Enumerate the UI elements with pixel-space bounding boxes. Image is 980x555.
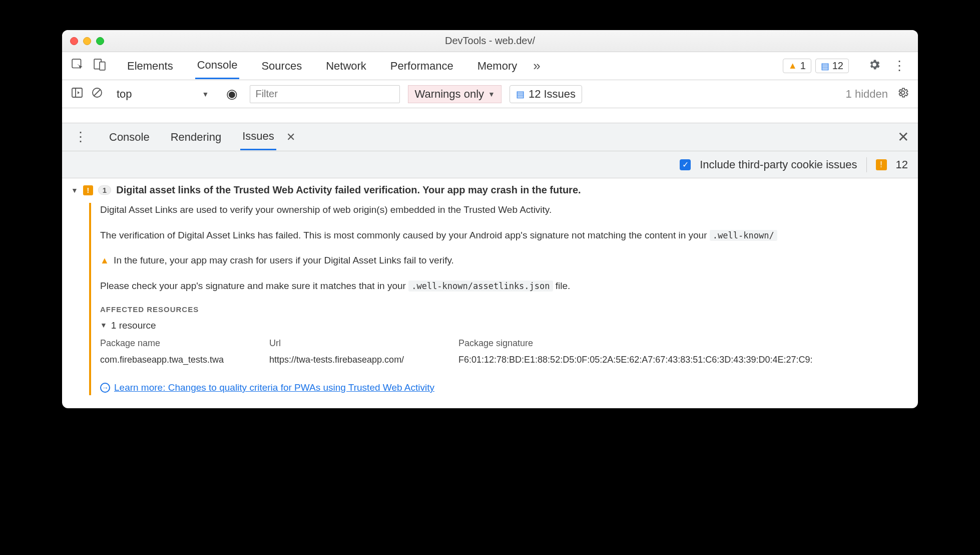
- svg-rect-3: [72, 88, 82, 97]
- message-icon: ▤: [821, 61, 829, 72]
- col-header-url: Url: [269, 337, 444, 350]
- affected-resources-table: Package name Url Package signature com.f…: [100, 337, 909, 367]
- message-icon: ▤: [516, 89, 525, 100]
- resource-summary: 1 resource: [111, 319, 156, 333]
- minimize-window-button[interactable]: [83, 37, 91, 45]
- chevron-down-icon: ▼: [202, 90, 209, 98]
- issue-paragraph: Digital Asset Links are used to verify y…: [100, 203, 909, 217]
- issues-button-label: 12 Issues: [529, 88, 576, 101]
- panel-tabs: Elements Console Sources Network Perform…: [125, 53, 519, 79]
- devtools-window: DevTools - web.dev/ Elements Console Sou…: [62, 30, 918, 408]
- separator: [866, 157, 867, 172]
- table-row: com.firebaseapp.twa_tests.twa https://tw…: [100, 353, 909, 367]
- code-path: .well-known/: [710, 230, 777, 241]
- drawer-issue-count: 12: [896, 158, 908, 171]
- cell-url: https://twa-tests.firebaseapp.com/: [269, 353, 444, 367]
- log-level-label: Warnings only: [414, 88, 484, 101]
- open-issues-button[interactable]: ▤ 12 Issues: [510, 85, 582, 103]
- warning-count: 1: [800, 60, 806, 72]
- issue-text: In the future, your app may crash for us…: [114, 255, 454, 265]
- console-filter-bar: top ▼ ◉ Warnings only ▼ ▤ 12 Issues 1 hi…: [62, 80, 918, 108]
- zoom-window-button[interactable]: [96, 37, 104, 45]
- svg-line-6: [94, 90, 100, 96]
- tab-sources[interactable]: Sources: [259, 54, 304, 79]
- main-toolbar: Elements Console Sources Network Perform…: [62, 52, 918, 80]
- close-tab-icon[interactable]: ✕: [286, 131, 295, 144]
- warning-icon: ▲: [788, 61, 797, 71]
- live-expression-icon[interactable]: ◉: [222, 86, 242, 102]
- filter-input[interactable]: [250, 85, 400, 103]
- drawer-tab-console[interactable]: Console: [107, 125, 152, 150]
- drawer-tab-rendering[interactable]: Rendering: [169, 125, 224, 150]
- expand-icon[interactable]: ▼: [100, 320, 107, 331]
- console-settings-icon[interactable]: [897, 87, 909, 102]
- tab-network[interactable]: Network: [324, 54, 368, 79]
- context-label: top: [117, 88, 132, 101]
- include-third-party-checkbox[interactable]: ✓: [680, 159, 691, 170]
- col-header-signature: Package signature: [458, 337, 909, 350]
- log-level-select[interactable]: Warnings only ▼: [408, 85, 501, 103]
- tab-performance[interactable]: Performance: [388, 54, 455, 79]
- issue-indicator-icon: !: [876, 159, 887, 170]
- issue-text: The verification of Digital Asset Links …: [100, 230, 710, 240]
- more-tabs-icon[interactable]: »: [528, 58, 545, 74]
- warning-icon: ▲: [100, 255, 109, 265]
- expand-icon[interactable]: ▼: [71, 186, 78, 194]
- cell-package: com.firebaseapp.twa_tests.twa: [100, 353, 255, 367]
- tab-console[interactable]: Console: [195, 53, 240, 79]
- issues-badge[interactable]: ▤ 12: [815, 59, 849, 73]
- drawer-tabs: ⋮ Console Rendering Issues ✕ ✕: [62, 123, 918, 151]
- issue-title: Digital asset links of the Trusted Web A…: [116, 184, 581, 196]
- close-window-button[interactable]: [70, 37, 78, 45]
- issue-header[interactable]: ▼ ! 1 Digital asset links of the Trusted…: [71, 184, 909, 196]
- issue-count: 12: [832, 60, 843, 72]
- settings-icon[interactable]: [868, 58, 881, 74]
- hidden-messages-label[interactable]: 1 hidden: [846, 88, 888, 101]
- col-header-package: Package name: [100, 337, 255, 350]
- issues-toolbar: ✓ Include third-party cookie issues ! 12: [62, 151, 918, 178]
- more-options-icon[interactable]: ⋮: [890, 58, 909, 74]
- drawer-menu-icon[interactable]: ⋮: [71, 129, 90, 145]
- clear-console-icon[interactable]: [91, 87, 103, 102]
- execution-context-select[interactable]: top ▼: [111, 85, 214, 103]
- issue-paragraph: The verification of Digital Asset Links …: [100, 228, 909, 243]
- warnings-badge[interactable]: ▲ 1: [783, 59, 811, 73]
- learn-more-link[interactable]: Learn more: Changes to quality criteria …: [114, 381, 434, 395]
- issue-count-pill: 1: [98, 185, 111, 195]
- tab-memory[interactable]: Memory: [475, 54, 519, 79]
- window-titlebar: DevTools - web.dev/: [62, 30, 918, 52]
- console-sidebar-toggle-icon[interactable]: [71, 87, 83, 102]
- resource-summary-row[interactable]: ▼ 1 resource: [100, 319, 909, 333]
- issue-body: Digital Asset Links are used to verify y…: [89, 203, 909, 395]
- tab-elements[interactable]: Elements: [125, 54, 175, 79]
- issues-pane: ▼ ! 1 Digital asset links of the Trusted…: [62, 178, 918, 408]
- close-drawer-icon[interactable]: ✕: [897, 129, 909, 145]
- drawer-tab-issues[interactable]: Issues: [240, 124, 276, 150]
- affected-resources-header: Affected Resources: [100, 304, 909, 316]
- issue-text: Please check your app's signature and ma…: [100, 281, 408, 291]
- window-title: DevTools - web.dev/: [62, 35, 918, 47]
- chevron-down-icon: ▼: [488, 90, 495, 98]
- warning-badge-icon: !: [83, 185, 93, 195]
- learn-more-row: → Learn more: Changes to quality criteri…: [100, 381, 909, 395]
- issue-text: file.: [556, 281, 571, 291]
- svg-rect-2: [100, 62, 105, 70]
- issue-paragraph: Please check your app's signature and ma…: [100, 279, 909, 294]
- console-output-area: [62, 108, 918, 123]
- code-path: .well-known/assetlinks.json: [408, 281, 553, 292]
- device-toolbar-icon[interactable]: [93, 58, 106, 74]
- external-link-icon: →: [100, 383, 110, 393]
- cell-signature: F6:01:12:78:BD:E1:88:52:D5:0F:05:2A:5E:6…: [458, 353, 909, 367]
- inspect-element-icon[interactable]: [71, 58, 84, 74]
- traffic-lights: [70, 37, 104, 45]
- include-third-party-label: Include third-party cookie issues: [700, 158, 857, 171]
- issue-paragraph: ▲ In the future, your app may crash for …: [100, 253, 909, 268]
